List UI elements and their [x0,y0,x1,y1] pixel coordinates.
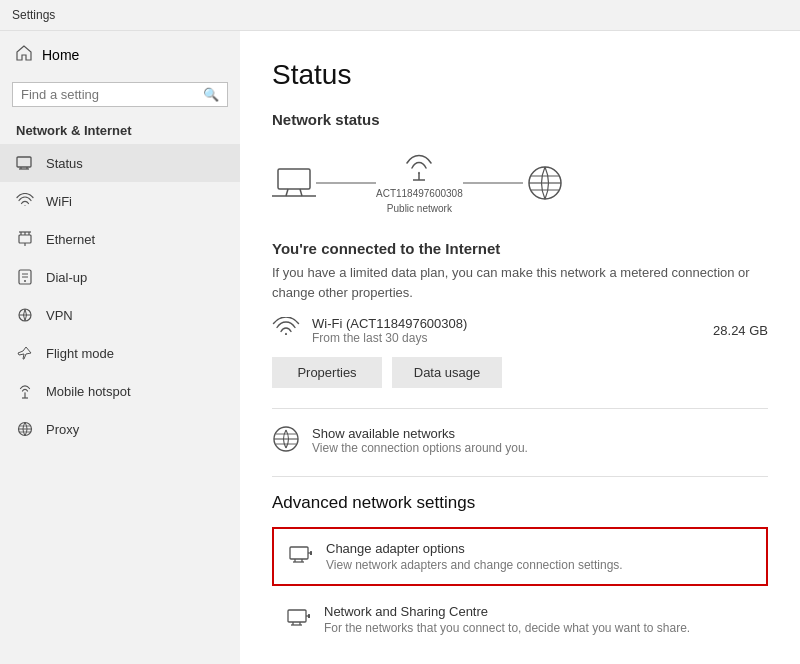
divider-2 [272,476,768,477]
wifi-signal-icon [272,317,300,344]
main-content: Status Network status [240,31,800,664]
wifi-since: From the last 30 days [312,331,701,345]
show-networks-sub: View the connection options around you. [312,441,528,455]
wifi-network-name: Wi-Fi (ACT118497600308) [312,316,701,331]
change-adapter-item[interactable]: Change adapter options View network adap… [272,527,768,586]
connected-desc: If you have a limited data plan, you can… [272,263,768,302]
search-icon: 🔍 [203,87,219,102]
sidebar-item-vpn[interactable]: VPN [0,296,240,334]
wifi-info-text: Wi-Fi (ACT118497600308) From the last 30… [312,316,701,345]
sidebar-item-dialup[interactable]: Dial-up [0,258,240,296]
properties-button[interactable]: Properties [272,357,382,388]
sharing-centre-sub: For the networks that you connect to, de… [324,621,690,635]
connected-title: You're connected to the Internet [272,240,768,257]
svg-rect-22 [278,169,310,189]
sidebar-item-status[interactable]: Status [0,144,240,182]
sidebar-item-label-status: Status [46,156,83,171]
sidebar-section-title: Network & Internet [0,115,240,144]
hotspot-icon [16,382,34,400]
network-status-title: Network status [272,111,768,128]
status-icon [16,154,34,172]
sidebar-item-ethernet[interactable]: Ethernet [0,220,240,258]
sidebar-item-proxy[interactable]: Proxy [0,410,240,448]
page-title: Status [272,59,768,91]
svg-rect-41 [310,551,312,555]
change-adapter-text: Change adapter options View network adap… [326,541,623,572]
svg-rect-36 [290,547,308,559]
search-input[interactable] [21,87,197,102]
adapter-icon [288,543,312,567]
svg-rect-0 [17,157,31,167]
sidebar-item-flightmode[interactable]: Flight mode [0,334,240,372]
wifi-icon [16,192,34,210]
flightmode-icon [16,344,34,362]
svg-rect-47 [308,614,310,618]
show-networks-row[interactable]: Show available networks View the connect… [272,425,768,456]
router-icon-group: ACT118497600308 Public network [376,152,463,214]
divider-1 [272,408,768,409]
svg-rect-4 [19,235,31,243]
show-networks-icon [272,425,300,456]
search-box[interactable]: 🔍 [12,82,228,107]
home-label: Home [42,47,79,63]
svg-point-13 [24,280,26,282]
app-title: Settings [12,8,55,22]
sidebar-item-label-proxy: Proxy [46,422,79,437]
home-icon [16,45,32,64]
sidebar-home[interactable]: Home [0,31,240,78]
sharing-centre-text: Network and Sharing Centre For the netwo… [324,604,690,635]
sharing-icon [286,606,310,630]
data-usage-button[interactable]: Data usage [392,357,502,388]
sidebar-item-hotspot[interactable]: Mobile hotspot [0,372,240,410]
troubleshooter-item[interactable]: Network troubleshooter Diagnose and fix … [272,653,768,664]
sharing-centre-title: Network and Sharing Centre [324,604,690,619]
sidebar-item-label-vpn: VPN [46,308,73,323]
network-diagram: ACT118497600308 Public network [272,142,768,224]
change-adapter-sub: View network adapters and change connect… [326,558,623,572]
show-networks-title: Show available networks [312,426,528,441]
net-line-2 [463,182,523,184]
advanced-settings-title: Advanced network settings [272,493,768,513]
sidebar: Home 🔍 Network & Internet Status [0,31,240,664]
svg-rect-42 [288,610,306,622]
net-line-1 [316,182,376,184]
show-networks-text: Show available networks View the connect… [312,426,528,455]
globe-icon [523,163,567,203]
sidebar-item-label-wifi: WiFi [46,194,72,209]
sidebar-item-label-hotspot: Mobile hotspot [46,384,131,399]
change-adapter-title: Change adapter options [326,541,623,556]
svg-line-24 [286,189,288,196]
network-name-label: ACT118497600308 [376,188,463,199]
ethernet-icon [16,230,34,248]
sidebar-item-label-dialup: Dial-up [46,270,87,285]
network-type-label: Public network [387,203,452,214]
laptop-icon [272,165,316,201]
btn-row: Properties Data usage [272,357,768,388]
sidebar-item-wifi[interactable]: WiFi [0,182,240,220]
proxy-icon [16,420,34,438]
svg-line-25 [300,189,302,196]
sidebar-item-label-ethernet: Ethernet [46,232,95,247]
wifi-usage: 28.24 GB [713,323,768,338]
vpn-icon [16,306,34,324]
sidebar-item-label-flightmode: Flight mode [46,346,114,361]
dialup-icon [16,268,34,286]
wifi-info-row: Wi-Fi (ACT118497600308) From the last 30… [272,316,768,345]
sharing-centre-item[interactable]: Network and Sharing Centre For the netwo… [272,592,768,647]
title-bar: Settings [0,0,800,31]
